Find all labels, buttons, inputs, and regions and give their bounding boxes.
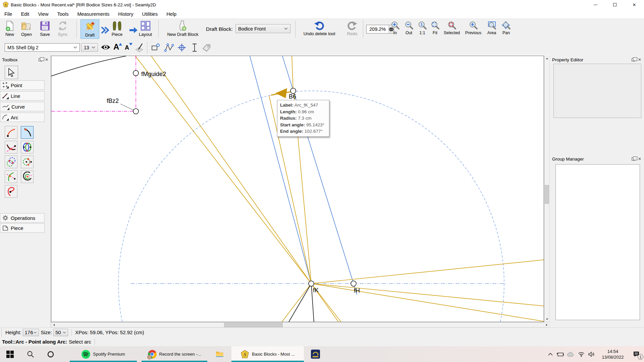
float-panel-button[interactable] xyxy=(39,58,42,61)
layout-mode-button[interactable]: Layout xyxy=(139,20,152,37)
tool-point-along-arc[interactable] xyxy=(21,126,34,139)
redo-button[interactable]: Redo xyxy=(342,20,362,36)
taskbar-search-button[interactable] xyxy=(20,346,41,362)
horizontal-scrollbar[interactable] xyxy=(51,322,549,327)
notification-center-button[interactable]: 1 xyxy=(629,346,644,362)
group-manager-body[interactable] xyxy=(555,164,640,320)
new-draft-block-button[interactable]: New Draft Block xyxy=(162,20,203,37)
close-panel-button[interactable]: ✕ xyxy=(638,57,641,62)
system-tray: 14:54 13/08/2022 1 xyxy=(545,346,644,362)
point-label-B6[interactable]: B6 xyxy=(289,93,296,100)
onedrive-cloud-icon[interactable] xyxy=(566,352,576,357)
menu-history[interactable]: History xyxy=(114,9,138,18)
wifi-icon[interactable] xyxy=(576,352,586,357)
point-fH[interactable] xyxy=(351,281,356,286)
float-panel-button[interactable] xyxy=(632,158,635,161)
zoom-in-button[interactable]: In xyxy=(388,21,402,35)
section-operations[interactable]: Operations xyxy=(0,213,45,223)
zoom-area-button[interactable]: Area xyxy=(484,21,499,35)
font-family-combobox[interactable]: MS Shell Dlg 2 xyxy=(5,43,80,52)
close-button[interactable]: ✕ xyxy=(625,0,644,9)
tool-arc-with-length[interactable] xyxy=(21,170,34,183)
vertical-scrollbar-thumb[interactable] xyxy=(545,185,549,204)
open-button[interactable]: Open xyxy=(21,20,32,37)
volume-icon[interactable] xyxy=(586,352,597,357)
taskbar-seamly2d[interactable]: S Basic Blocks - Most ... xyxy=(231,346,304,362)
menu-measurements[interactable]: Measurements xyxy=(73,9,114,18)
tag-label-icon[interactable] xyxy=(202,43,211,52)
menu-utilities[interactable]: Utilities xyxy=(138,9,162,18)
point-fBz2[interactable] xyxy=(133,109,139,114)
tool-intersect-circles-dashed[interactable] xyxy=(5,156,17,168)
sync-button[interactable]: Sync xyxy=(57,20,68,37)
taskbar-file-explorer[interactable] xyxy=(211,346,229,362)
property-editor-body[interactable] xyxy=(553,64,641,118)
category-arc[interactable]: Arc xyxy=(0,113,45,122)
zoom-fit-button[interactable]: Fit xyxy=(428,21,442,35)
crosshair-target-icon[interactable] xyxy=(177,43,186,52)
drafting-canvas[interactable]: fMguide2 fBz2 B6 fK fH xyxy=(51,56,544,322)
select-cursor-tool[interactable] xyxy=(5,66,18,79)
size-combobox[interactable]: 50 xyxy=(53,329,68,336)
point-name-pen-icon[interactable] xyxy=(134,43,144,52)
section-piece[interactable]: Piece xyxy=(0,223,45,233)
point-fK[interactable] xyxy=(309,281,314,286)
zoom-out-button[interactable]: Out xyxy=(401,21,417,35)
menu-edit[interactable]: Edit xyxy=(16,9,34,18)
font-size-combobox[interactable]: 13 xyxy=(81,43,98,52)
rect-node-tool-icon[interactable] xyxy=(151,43,160,52)
clock[interactable]: 14:54 13/08/2022 xyxy=(598,349,627,360)
undo-button[interactable]: Undo delete tool xyxy=(299,20,339,36)
tool-arc-intersect-line[interactable] xyxy=(5,141,17,154)
horizontal-scrollbar-thumb[interactable] xyxy=(224,323,283,327)
zoom-previous-button[interactable]: Previous xyxy=(462,21,484,35)
category-point[interactable]: Point xyxy=(0,80,45,90)
maximize-button[interactable] xyxy=(605,0,625,9)
menu-file[interactable]: File xyxy=(0,9,16,18)
minimize-button[interactable] xyxy=(586,0,605,9)
open-folder-icon xyxy=(21,20,32,32)
font-increase-button[interactable]: A xyxy=(113,42,119,52)
polyline-nodes-tool-icon[interactable] xyxy=(164,43,174,52)
tool-intersect-circles[interactable] xyxy=(21,141,34,154)
menu-help[interactable]: Help xyxy=(162,9,181,18)
point-label-fK[interactable]: fK xyxy=(313,287,319,294)
point-label-fMguide2[interactable]: fMguide2 xyxy=(141,71,166,77)
tool-elliptical-arc[interactable] xyxy=(5,185,17,198)
menu-view[interactable]: View xyxy=(34,9,53,18)
point-label-fH[interactable]: fH xyxy=(354,287,360,294)
vertical-scrollbar[interactable] xyxy=(544,56,549,322)
taskbar-chrome-recording[interactable]: Record the screen -... xyxy=(142,346,207,362)
draft-block-combobox[interactable]: Bodice Front xyxy=(235,24,290,33)
category-line[interactable]: Line xyxy=(0,91,45,101)
category-curve[interactable]: Curve xyxy=(0,102,45,111)
tool-point-from-circle-tangent[interactable] xyxy=(21,156,34,168)
float-panel-button[interactable] xyxy=(632,58,635,61)
tool-arc[interactable] xyxy=(5,126,17,139)
point-label-fBz2[interactable]: fBz2 xyxy=(107,98,119,104)
piece-mode-button[interactable]: Piece xyxy=(111,20,123,37)
start-button[interactable] xyxy=(0,346,20,362)
zoom-selected-button[interactable]: Selected xyxy=(441,21,463,35)
new-button[interactable]: New xyxy=(4,20,15,37)
taskbar-spotify[interactable]: Spotify Premium xyxy=(70,346,137,362)
battery-icon[interactable] xyxy=(555,352,566,357)
cortana-button[interactable] xyxy=(41,346,60,362)
save-button[interactable]: Save xyxy=(39,20,51,37)
point-fMguide2[interactable] xyxy=(133,70,139,76)
font-decrease-button[interactable]: A xyxy=(125,44,129,51)
menu-tools[interactable]: Tools xyxy=(53,9,73,18)
curve-category-icon xyxy=(2,103,9,110)
close-panel-button[interactable]: ✕ xyxy=(638,157,641,161)
draft-mode-button[interactable]: Draft xyxy=(80,19,99,39)
zoom-1to1-button[interactable]: 1 1:1 xyxy=(415,21,429,35)
tool-arc-intersect-axis[interactable] xyxy=(5,170,17,183)
close-panel-button[interactable]: ✕ xyxy=(45,57,48,62)
point-B6[interactable] xyxy=(290,88,296,94)
tray-chevron-up-icon[interactable] xyxy=(545,353,555,356)
height-line-icon[interactable] xyxy=(190,43,199,52)
taskbar-seamlyme[interactable] xyxy=(306,346,325,362)
visibility-eye-icon[interactable] xyxy=(101,43,111,51)
height-combobox[interactable]: 176 xyxy=(23,329,39,336)
zoom-pan-button[interactable]: Pan xyxy=(499,21,513,35)
